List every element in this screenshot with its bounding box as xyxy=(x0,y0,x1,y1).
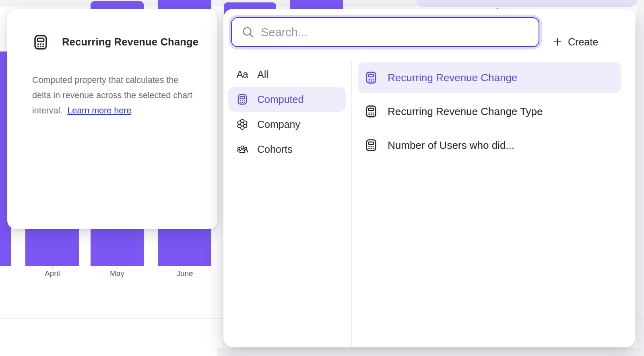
calculator-icon xyxy=(364,105,378,118)
result-label: Recurring Revenue Change Type xyxy=(388,105,543,118)
axis-label: April xyxy=(28,269,76,278)
axis-label: May xyxy=(93,269,141,278)
create-button-label: Create xyxy=(568,36,598,48)
result-row[interactable]: Number of Users who did... xyxy=(358,130,621,161)
learn-more-link[interactable]: Learn more here xyxy=(67,106,131,115)
filter-label: All xyxy=(257,69,268,80)
company-icon xyxy=(236,118,248,130)
result-row[interactable]: Recurring Revenue Change xyxy=(358,62,621,93)
result-label: Recurring Revenue Change xyxy=(388,72,517,84)
calculator-icon xyxy=(236,93,248,105)
tooltip-description: Computed property that calculates thedel… xyxy=(32,72,213,118)
axis-label: June xyxy=(161,269,209,278)
sidebar-item-computed[interactable]: Computed xyxy=(228,87,346,112)
tooltip-description-line: Computed property that calculates the xyxy=(32,72,213,88)
filter-label: Computed xyxy=(257,94,303,105)
result-label: Number of Users who did... xyxy=(388,139,514,152)
panel-divider xyxy=(351,60,352,347)
calculator-icon xyxy=(32,34,49,51)
sidebar-item-cohorts[interactable]: Cohorts xyxy=(228,137,346,162)
property-picker-panel: Create AaAllComputedCompanyCohorts Recur… xyxy=(223,9,635,347)
plus-icon xyxy=(553,37,562,47)
filter-label: Cohorts xyxy=(257,144,293,155)
calculator-icon xyxy=(364,71,378,84)
text-type-icon: Aa xyxy=(236,68,248,80)
tooltip-description-line: interval. Learn more here xyxy=(32,103,213,118)
sidebar-item-all[interactable]: AaAll xyxy=(228,62,346,87)
x-axis-tick xyxy=(185,266,185,269)
cohorts-icon xyxy=(236,143,248,155)
clipped-background-pill xyxy=(417,0,637,7)
result-row[interactable]: Recurring Revenue Change Type xyxy=(358,96,621,127)
page-bottom-strip xyxy=(217,348,644,356)
search-input[interactable] xyxy=(261,26,539,39)
background-card-edge xyxy=(382,348,382,356)
results-list: Recurring Revenue ChangeRecurring Revenu… xyxy=(358,62,621,164)
tooltip-description-line: delta in revenue across the selected cha… xyxy=(32,88,213,103)
calculator-icon xyxy=(364,138,378,152)
search-icon xyxy=(242,26,254,39)
filter-label: Company xyxy=(257,119,300,130)
x-axis-tick xyxy=(117,266,118,269)
property-tooltip-card: Recurring Revenue Change Computed proper… xyxy=(7,9,217,229)
filter-list: AaAllComputedCompanyCohorts xyxy=(228,62,346,162)
sidebar-item-company[interactable]: Company xyxy=(228,112,346,137)
page-right-strip xyxy=(637,0,644,356)
x-axis-tick xyxy=(52,266,53,269)
tooltip-title: Recurring Revenue Change xyxy=(62,36,198,48)
search-box[interactable] xyxy=(231,17,539,47)
page-background: AprilMayJune Recurring Revenue Change Co… xyxy=(0,0,644,356)
create-button[interactable]: Create xyxy=(553,33,598,51)
